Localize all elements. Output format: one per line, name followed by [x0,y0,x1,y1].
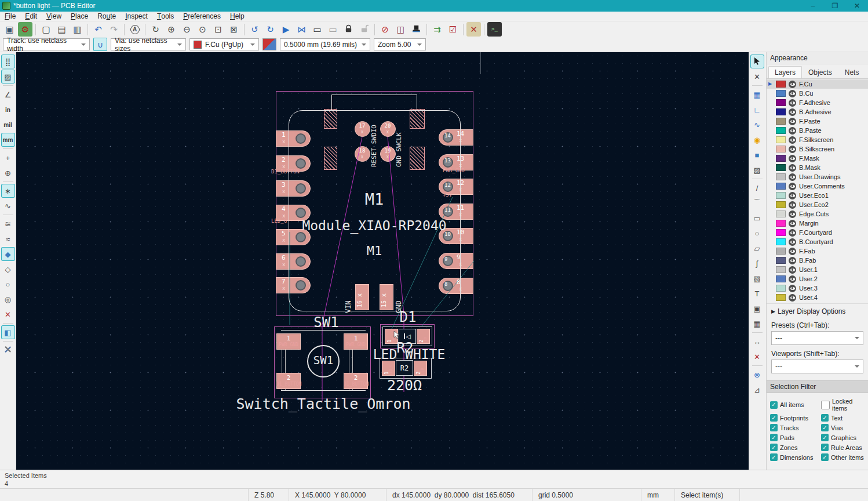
minimize-button[interactable]: – [802,0,824,12]
tab-objects[interactable]: Objects [802,66,838,78]
layer-color-swatch[interactable] [776,164,786,171]
visibility-eye-icon[interactable] [789,155,796,162]
layer-row[interactable]: F.Mask [767,154,868,163]
high-contrast-mode-button[interactable]: ◧ [1,325,15,339]
interactive-router-settings-button[interactable]: ✕ [466,22,481,37]
module-reference-2[interactable]: M1 [367,244,382,258]
checkbox-icon[interactable]: ✓ [770,444,778,451]
draw-rectangle-button[interactable]: ▭ [750,211,764,225]
menu-place[interactable]: Place [66,12,93,21]
rotate-cw-button[interactable]: ↻ [263,22,278,37]
filter-other-items[interactable]: ✓Other items [821,453,867,461]
layer-row[interactable]: B.Adhesive [767,107,868,117]
visibility-eye-icon[interactable] [789,201,796,209]
filter-zones[interactable]: ✓Zones [770,444,820,451]
mounting-slot-hatch[interactable] [324,109,337,129]
redo-button[interactable]: ↷ [107,22,121,37]
visibility-eye-icon[interactable] [789,173,796,181]
zoom-objects-button[interactable]: ⊡ [211,22,225,37]
menu-view[interactable]: View [42,12,66,21]
layer-color-swatch[interactable] [776,201,786,208]
checkbox-icon[interactable]: ✓ [770,414,778,422]
layer-row[interactable]: User.Eco1 [767,191,868,200]
place-footprint-button[interactable]: ▦ [750,88,764,101]
layer-color-swatch[interactable] [776,210,786,217]
draw-polygon-button[interactable]: ▱ [750,241,764,255]
layer-color-swatch[interactable] [776,146,786,153]
viewports-dropdown[interactable]: --- [771,360,863,373]
filter-vias[interactable]: ✓Vias [821,424,867,431]
visibility-eye-icon[interactable] [789,118,796,125]
checkbox-icon[interactable]: ✓ [770,434,778,441]
zoom-out-button[interactable]: ⊖ [180,22,194,37]
layer-row[interactable]: F.Paste [767,117,868,126]
layer-row[interactable]: Margin [767,219,868,228]
checkbox-icon[interactable]: ✓ [770,401,778,409]
units-mm-button[interactable]: mm [1,133,15,147]
visibility-eye-icon[interactable] [789,266,796,274]
layer-color-swatch[interactable] [776,285,786,292]
layer-row[interactable]: User.Eco2 [767,200,868,209]
save-button[interactable]: ▣ [2,22,17,37]
layer-color-swatch[interactable] [776,192,786,199]
curved-ratsnest-button[interactable]: ∿ [1,199,15,213]
tune-length-button[interactable]: ∿ [750,118,764,132]
checkbox-icon[interactable]: ✓ [821,414,829,422]
close-button[interactable]: ✕ [846,0,868,12]
plot-button[interactable]: ▥ [70,22,85,37]
tab-layers[interactable]: Layers [768,66,802,78]
swclk-label[interactable]: GND SWCLK [395,112,404,167]
filter-all-items[interactable]: ✓All items [770,398,820,412]
switch-reference[interactable]: SW1 [313,314,338,331]
filter-rule-areas[interactable]: ✓Rule Areas [821,444,867,451]
sketch-tracks-button[interactable]: ≈ [1,232,15,246]
full-window-crosshair-button[interactable]: ⊕ [1,166,15,180]
layer-row[interactable]: B.Silkscreen [767,144,868,154]
via-display-mode-button[interactable]: ◎ [1,292,15,306]
visibility-eye-icon[interactable] [789,99,796,107]
place-via-button[interactable]: ◉ [750,133,764,147]
zoom-fit-button[interactable]: ⊙ [195,22,210,37]
grid-visibility-button[interactable]: ⣿ [1,55,15,68]
unlock-button[interactable] [357,22,371,37]
local-ratsnest-button[interactable]: ✕ [750,70,764,84]
mirror-button[interactable]: ⋈ [294,22,309,37]
checkbox-icon[interactable]: ✓ [821,453,829,461]
resistor-value[interactable]: 220Ω [387,377,422,394]
maximize-button[interactable]: ❐ [824,0,846,12]
layer-row[interactable]: User.Drawings [767,172,868,181]
net-color-mode-button[interactable]: ≋ [1,217,15,231]
footprint-library-browser-button[interactable]: ◫ [393,22,408,37]
page-settings-button[interactable]: ▢ [39,22,53,37]
layer-row[interactable]: B.Cu [767,89,868,98]
layer-row[interactable]: F.Adhesive [767,98,868,107]
design-rules-check-button[interactable]: ☑ [446,22,460,37]
find-button[interactable]: A [127,22,142,37]
layer-color-swatch[interactable] [776,81,786,88]
rotate-ccw-button[interactable]: ↺ [247,22,262,37]
visibility-eye-icon[interactable] [789,164,796,172]
layer-color-swatch[interactable] [776,248,786,255]
visibility-eye-icon[interactable] [789,229,796,237]
menu-inspect[interactable]: Inspect [121,12,152,21]
layer-color-swatch[interactable] [776,173,786,180]
zoom-dropdown[interactable]: Zoom 5.00 [374,38,426,50]
visibility-eye-icon[interactable] [789,183,796,190]
active-layer-dropdown[interactable]: F.Cu (PgUp) [189,38,259,50]
visibility-eye-icon[interactable] [789,127,796,135]
route-tracks-button[interactable]: ∟ [750,103,764,117]
checkbox-icon[interactable]: ✓ [821,444,829,451]
layer-color-swatch[interactable] [776,118,786,125]
place-image-button[interactable]: ▧ [750,271,764,285]
zone-display-filled-button[interactable]: ◆ [1,247,15,261]
add-dimension-button[interactable]: ↔ [750,335,764,348]
visibility-eye-icon[interactable] [789,81,796,88]
filter-text[interactable]: ✓Text [821,414,867,422]
led-reference[interactable]: D1 [400,309,417,325]
module-reference[interactable]: M1 [365,190,384,208]
board-setup-button[interactable]: ⚙ [18,22,32,37]
layer-color-swatch[interactable] [776,127,786,134]
via-size-dropdown[interactable]: Via: use netclass sizes [111,38,186,50]
draw-bezier-button[interactable]: ∫ [750,256,764,270]
properties-manager-button[interactable] [1,343,15,357]
